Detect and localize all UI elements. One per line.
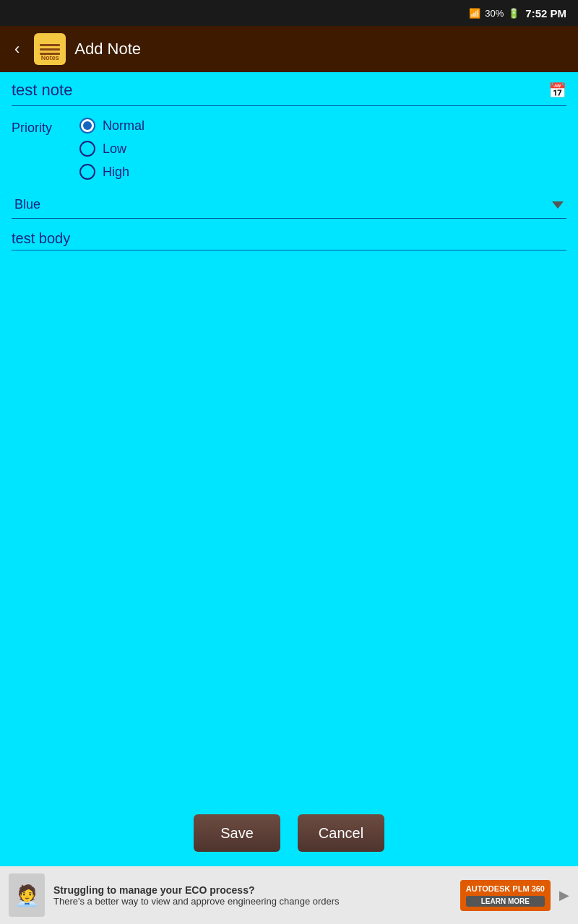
priority-normal-label: Normal bbox=[103, 118, 144, 134]
ad-text: Struggling to manage your ECO process? T… bbox=[53, 884, 452, 907]
wifi-icon: 📶 bbox=[469, 8, 480, 19]
note-body-input[interactable] bbox=[12, 227, 566, 250]
calendar-icon[interactable]: 📅 bbox=[548, 82, 566, 99]
ad-banner: 🧑‍💼 Struggling to manage your ECO proces… bbox=[0, 866, 578, 924]
main-content: 📅 Priority Normal Low High Blue bbox=[0, 72, 578, 259]
priority-high-radio[interactable] bbox=[79, 164, 95, 180]
priority-low-radio[interactable] bbox=[79, 141, 95, 157]
battery-text: 30% bbox=[485, 8, 504, 19]
battery-icon: 🔋 bbox=[508, 8, 519, 19]
ad-cta[interactable]: LEARN MORE bbox=[466, 896, 545, 907]
app-bar: ‹ Notes Add Note bbox=[0, 26, 578, 72]
ad-person-image: 🧑‍💼 bbox=[9, 873, 45, 917]
priority-high-option[interactable]: High bbox=[79, 164, 144, 180]
note-title-input[interactable] bbox=[12, 81, 548, 100]
ad-chevron-icon: ▶ bbox=[559, 887, 569, 903]
ad-logo[interactable]: AUTODESK PLM 360 LEARN MORE bbox=[460, 880, 551, 911]
button-row: Save Cancel bbox=[0, 814, 578, 852]
app-title: Add Note bbox=[74, 40, 141, 58]
status-bar: 📶 30% 🔋 7:52 PM bbox=[0, 0, 578, 26]
priority-normal-radio[interactable] bbox=[79, 118, 95, 134]
dropdown-arrow-icon bbox=[552, 201, 564, 209]
priority-normal-option[interactable]: Normal bbox=[79, 118, 144, 134]
color-dropdown-text: Blue bbox=[14, 197, 40, 212]
ad-brand: AUTODESK PLM 360 bbox=[466, 884, 545, 893]
app-icon: Notes bbox=[34, 33, 66, 65]
status-time: 7:52 PM bbox=[525, 7, 566, 19]
priority-low-label: Low bbox=[103, 141, 126, 157]
priority-radio-group: Normal Low High bbox=[79, 118, 144, 180]
priority-section: Priority Normal Low High bbox=[12, 118, 566, 180]
color-dropdown[interactable]: Blue bbox=[12, 191, 566, 219]
priority-low-option[interactable]: Low bbox=[79, 141, 144, 157]
priority-high-label: High bbox=[103, 165, 129, 180]
status-icons: 📶 30% 🔋 bbox=[469, 8, 519, 19]
cancel-button[interactable]: Cancel bbox=[298, 814, 384, 852]
back-button[interactable]: ‹ bbox=[9, 37, 25, 61]
save-button[interactable]: Save bbox=[194, 814, 280, 852]
title-row: 📅 bbox=[12, 81, 566, 106]
ad-title: Struggling to manage your ECO process? bbox=[53, 884, 452, 896]
ad-body: There's a better way to view and approve… bbox=[53, 896, 452, 907]
priority-label: Priority bbox=[12, 121, 62, 136]
